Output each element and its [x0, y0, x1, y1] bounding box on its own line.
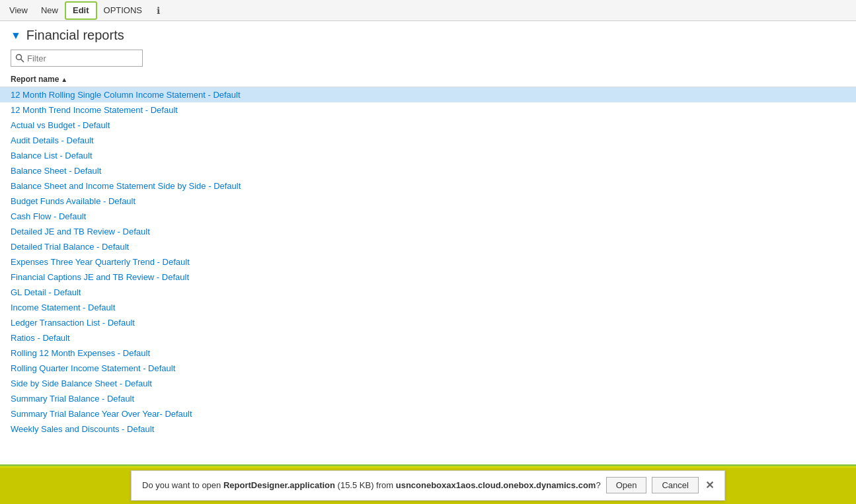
- report-name-cell: GL Detail - Default: [11, 287, 81, 297]
- report-name-column-header[interactable]: Report name ▲: [11, 75, 67, 84]
- report-name-cell: Ledger Transaction List - Default: [11, 318, 135, 328]
- table-row[interactable]: Income Statement - Default: [0, 300, 856, 315]
- close-notification-button[interactable]: ✕: [705, 479, 714, 491]
- report-list: 12 Month Rolling Single Column Income St…: [0, 87, 856, 464]
- report-name-cell: Detailed Trial Balance - Default: [11, 242, 129, 252]
- report-name-cell: Audit Details - Default: [11, 135, 94, 145]
- edit-button[interactable]: Edit: [65, 1, 97, 20]
- filter-toggle-icon[interactable]: ▼: [11, 30, 21, 42]
- table-row[interactable]: Actual vs Budget - Default: [0, 118, 856, 133]
- open-button[interactable]: Open: [606, 477, 647, 493]
- notification-size-info: (15.5 KB) from: [335, 480, 396, 490]
- toolbar: View New Edit OPTIONS ℹ: [0, 0, 856, 21]
- report-name-cell: Side by Side Balance Sheet - Default: [11, 378, 152, 388]
- search-icon: [15, 54, 24, 63]
- table-row[interactable]: Detailed JE and TB Review - Default: [0, 224, 856, 239]
- options-button[interactable]: OPTIONS: [97, 1, 149, 20]
- notification-text: Do you want to open ReportDesigner.appli…: [142, 480, 601, 490]
- table-row[interactable]: GL Detail - Default: [0, 285, 856, 300]
- notification-dialog: Do you want to open ReportDesigner.appli…: [131, 470, 725, 501]
- report-name-cell: Balance Sheet and Income Statement Side …: [11, 181, 241, 191]
- table-row[interactable]: Ledger Transaction List - Default: [0, 315, 856, 330]
- report-name-cell: Balance List - Default: [11, 151, 93, 161]
- table-row[interactable]: Audit Details - Default: [0, 133, 856, 148]
- table-row[interactable]: Balance Sheet and Income Statement Side …: [0, 178, 856, 194]
- table-row[interactable]: 12 Month Trend Income Statement - Defaul…: [0, 102, 856, 118]
- table-row[interactable]: Ratios - Default: [0, 330, 856, 345]
- info-icon-button[interactable]: ℹ: [149, 1, 167, 20]
- page-title: Financial reports: [26, 28, 124, 43]
- svg-point-0: [17, 55, 22, 60]
- report-name-cell: 12 Month Rolling Single Column Income St…: [11, 90, 241, 100]
- table-row[interactable]: Side by Side Balance Sheet - Default: [0, 376, 856, 391]
- report-name-cell: Rolling Quarter Income Statement - Defau…: [11, 363, 175, 373]
- report-name-cell: Actual vs Budget - Default: [11, 120, 110, 130]
- notification-domain: usnconeboxax1aos.cloud.onebox.dynamics.c…: [396, 480, 596, 490]
- table-row[interactable]: Expenses Three Year Quarterly Trend - De…: [0, 254, 856, 270]
- table-row[interactable]: Financial Captions JE and TB Review - De…: [0, 270, 856, 285]
- table-row[interactable]: Balance List - Default: [0, 148, 856, 163]
- report-name-cell: Detailed JE and TB Review - Default: [11, 227, 150, 236]
- report-name-cell: 12 Month Trend Income Statement - Defaul…: [11, 105, 178, 115]
- view-button[interactable]: View: [3, 1, 34, 20]
- table-row[interactable]: Detailed Trial Balance - Default: [0, 239, 856, 254]
- notification-suffix: ?: [596, 480, 600, 490]
- report-name-cell: Cash Flow - Default: [11, 211, 86, 221]
- notification-prefix: Do you want to open: [142, 480, 223, 490]
- report-name-cell: Summary Trial Balance Year Over Year- De…: [11, 409, 192, 419]
- filter-input-wrap: [11, 50, 143, 67]
- report-name-cell: Ratios - Default: [11, 333, 70, 343]
- main-content: ▼ Financial reports Report name ▲ 12 Mon…: [0, 21, 856, 464]
- filter-bar: [0, 47, 856, 72]
- report-name-cell: Budget Funds Available - Default: [11, 196, 136, 206]
- table-row[interactable]: Balance Sheet - Default: [0, 163, 856, 178]
- report-name-cell: Financial Captions JE and TB Review - De…: [11, 272, 189, 282]
- page-header: ▼ Financial reports: [0, 21, 856, 47]
- table-row[interactable]: Rolling 12 Month Expenses - Default: [0, 345, 856, 361]
- table-row[interactable]: Summary Trial Balance - Default: [0, 391, 856, 406]
- filter-input[interactable]: [27, 54, 138, 63]
- table-header: Report name ▲: [0, 72, 856, 87]
- report-name-cell: Rolling 12 Month Expenses - Default: [11, 348, 150, 358]
- report-name-cell: Expenses Three Year Quarterly Trend - De…: [11, 257, 190, 267]
- table-row[interactable]: Budget Funds Available - Default: [0, 194, 856, 209]
- notification-app-name: ReportDesigner.application: [223, 480, 335, 490]
- table-row[interactable]: Weekly Sales and Discounts - Default: [0, 421, 856, 437]
- bottom-notification-bar: Do you want to open ReportDesigner.appli…: [0, 464, 856, 504]
- sort-asc-icon: ▲: [61, 76, 67, 83]
- cancel-button[interactable]: Cancel: [652, 477, 698, 493]
- table-row[interactable]: 12 Month Rolling Single Column Income St…: [0, 87, 856, 102]
- report-name-cell: Balance Sheet - Default: [11, 166, 101, 176]
- report-name-cell: Summary Trial Balance - Default: [11, 394, 134, 404]
- table-row[interactable]: Cash Flow - Default: [0, 209, 856, 224]
- report-name-cell: Income Statement - Default: [11, 303, 115, 312]
- svg-line-1: [21, 59, 24, 63]
- table-row[interactable]: Rolling Quarter Income Statement - Defau…: [0, 361, 856, 376]
- new-button[interactable]: New: [34, 1, 65, 20]
- report-name-cell: Weekly Sales and Discounts - Default: [11, 424, 154, 434]
- table-header-row: Report name ▲: [11, 75, 845, 84]
- table-row[interactable]: Summary Trial Balance Year Over Year- De…: [0, 406, 856, 421]
